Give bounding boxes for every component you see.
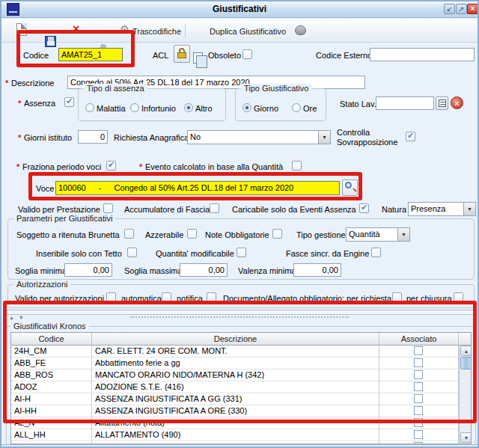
- valenza-minima-input[interactable]: 0,00: [293, 263, 341, 277]
- associato-checkbox[interactable]: [414, 358, 423, 367]
- controlla-label-line1: Controlla: [337, 128, 370, 137]
- associato-checkbox[interactable]: [414, 370, 423, 379]
- evento-quantita-checkbox[interactable]: [292, 161, 302, 171]
- header-descrizione[interactable]: Descrizione: [92, 333, 379, 346]
- stato-lav-input[interactable]: [376, 96, 434, 110]
- scroll-up-icon[interactable]: ▲: [460, 346, 472, 356]
- radio-infortunio[interactable]: [130, 103, 139, 112]
- cell-associato: [379, 381, 459, 393]
- radio-ore[interactable]: [292, 103, 301, 112]
- cell-descrizione: ALLATTAMENTO (490): [92, 429, 379, 441]
- accumulatore-fascia-checkbox[interactable]: [210, 203, 219, 213]
- brunetta-checkbox[interactable]: [124, 229, 134, 239]
- cell-descrizione: Allattamento (nota): [92, 417, 379, 429]
- automatica-checkbox[interactable]: [162, 292, 171, 302]
- cell-codice: ABB_ROS: [11, 369, 92, 381]
- codice-esterno-input[interactable]: [370, 48, 475, 61]
- delete-icon[interactable]: ×: [73, 23, 79, 35]
- table-row[interactable]: 24H_CMCAR. ELETT. 24 ORE COM. MONT.: [11, 346, 459, 358]
- richiesta-anagrafica-dropdown[interactable]: No ▼: [187, 130, 331, 144]
- table-row[interactable]: AL_NAllattamento (nota): [11, 417, 459, 429]
- radio-malattia-label: Malattia: [97, 104, 126, 113]
- header-spacer: [459, 333, 472, 346]
- minimize-button[interactable]: ↙: [444, 4, 455, 14]
- table-row[interactable]: AI-HHASSENZA INGIUSTIFICATA A ORE (330): [11, 405, 459, 417]
- header-codice[interactable]: Codice: [11, 333, 92, 346]
- assenza-label: Assenza: [24, 99, 55, 108]
- associato-checkbox[interactable]: [414, 430, 423, 439]
- trascodifiche-button[interactable]: Trascodifiche: [132, 27, 181, 36]
- voce-code: 100060: [58, 183, 86, 192]
- stato-lav-list-button[interactable]: [436, 96, 448, 110]
- chevron-down-icon[interactable]: ▼: [463, 203, 475, 215]
- documento-allegato-label: Documento/Allegato obbligatorio: per ric…: [223, 294, 391, 303]
- radio-infortunio-label: Infortunio: [141, 104, 176, 113]
- natura-dropdown[interactable]: Presenza ▼: [408, 202, 476, 216]
- voce-search-button[interactable]: [342, 179, 358, 196]
- table-row[interactable]: AI-HASSENZA INGIUSTIFICATA A GG (331): [11, 393, 459, 405]
- notifica-checkbox[interactable]: [207, 292, 216, 302]
- cell-descrizione: ASSENZA INGIUSTIFICATA A ORE (330): [92, 405, 379, 417]
- associato-checkbox[interactable]: [414, 382, 423, 391]
- per-chiusura-checkbox[interactable]: [454, 292, 463, 302]
- natura-value: Presenza: [411, 204, 445, 213]
- quantita-modificabile-checkbox[interactable]: [237, 248, 246, 257]
- associato-checkbox[interactable]: [414, 406, 423, 415]
- soglia-minima-input[interactable]: 0,00: [64, 263, 112, 277]
- maximize-button[interactable]: ↗: [456, 4, 467, 14]
- duplica-giustificativo-button[interactable]: Duplica Giustificativo: [210, 27, 286, 36]
- valido-autorizzazioni-checkbox[interactable]: [106, 292, 116, 302]
- shield-icon[interactable]: [295, 25, 306, 35]
- controlla-sovrapposizione-checkbox[interactable]: [406, 132, 415, 141]
- assenza-checkbox[interactable]: [64, 97, 74, 107]
- chevron-down-icon[interactable]: ▼: [318, 131, 330, 144]
- gears-icon[interactable]: ⚙: [120, 23, 129, 35]
- associato-checkbox[interactable]: [414, 418, 423, 427]
- azzerabile-checkbox[interactable]: [187, 229, 197, 239]
- toolbar: × ⚙ Trascodifiche Duplica Giustificativo: [1, 19, 478, 43]
- codice-input[interactable]: AMAT25_1: [58, 48, 123, 61]
- close-button[interactable]: ×: [467, 4, 478, 14]
- associato-checkbox[interactable]: [414, 346, 423, 355]
- fraziona-checkbox[interactable]: [106, 161, 116, 171]
- per-richiesta-checkbox[interactable]: [392, 292, 402, 302]
- voce-input[interactable]: 100060 - Congedo al 50% Art.25 DL.18 del…: [55, 181, 340, 195]
- obsoleto-checkbox[interactable]: [242, 49, 252, 59]
- fasce-sincr-checkbox[interactable]: [371, 248, 381, 257]
- chevron-down-icon[interactable]: ▼: [397, 228, 409, 241]
- giorni-istituto-input[interactable]: 0: [78, 130, 108, 144]
- table-scrollbar[interactable]: ▲ ▼: [459, 346, 472, 444]
- radio-giorno[interactable]: [242, 103, 251, 112]
- search-icon: [345, 182, 352, 188]
- tipo-gestione-label: Tipo gestione: [296, 230, 346, 239]
- fraziona-required-mark: *: [16, 162, 19, 171]
- radio-malattia[interactable]: [85, 103, 94, 112]
- soglia-massima-input[interactable]: 0,00: [180, 263, 228, 277]
- note-obbligatorie-checkbox[interactable]: [272, 229, 282, 239]
- splitter-bar[interactable]: [6, 310, 476, 315]
- stato-lav-label: Stato Lav.: [340, 99, 376, 108]
- header-associato[interactable]: Associato: [379, 333, 459, 346]
- scroll-down-icon[interactable]: ▼: [460, 432, 472, 443]
- radio-altro[interactable]: [184, 103, 193, 112]
- table-row[interactable]: ABB_ROSMANCATO ORARIO NIDO/MATERNA H (34…: [11, 369, 459, 381]
- acl-lock-button[interactable]: [174, 45, 190, 63]
- duplicate-icon[interactable]: [193, 52, 203, 64]
- splitter-handle[interactable]: [130, 316, 349, 319]
- table-row[interactable]: ALL_HHALLATTAMENTO (490): [11, 429, 459, 441]
- scrollbar-thumb[interactable]: [460, 357, 472, 369]
- stato-lav-clear-button[interactable]: ×: [451, 96, 463, 109]
- associato-checkbox[interactable]: [414, 394, 423, 403]
- splitter-arrows-icon[interactable]: ▲ ▼: [9, 315, 25, 320]
- save-icon[interactable]: [45, 36, 56, 47]
- new-document-icon[interactable]: [16, 23, 27, 36]
- cell-associato: [379, 393, 459, 405]
- inseribile-tetto-checkbox[interactable]: [127, 248, 137, 257]
- caricabile-eventi-checkbox[interactable]: [359, 203, 369, 213]
- table-row[interactable]: ADOZADOZIONE S.T.E. (416): [11, 381, 459, 393]
- cell-codice: AI-H: [11, 393, 92, 405]
- valido-prestazione-checkbox[interactable]: [103, 203, 113, 213]
- table-row[interactable]: ABB_FEAbbattimento ferie a gg: [11, 358, 459, 369]
- tipo-gestione-dropdown[interactable]: Quantità ▼: [346, 227, 410, 242]
- valido-prestazione-label: Valido per Prestazione: [18, 205, 100, 214]
